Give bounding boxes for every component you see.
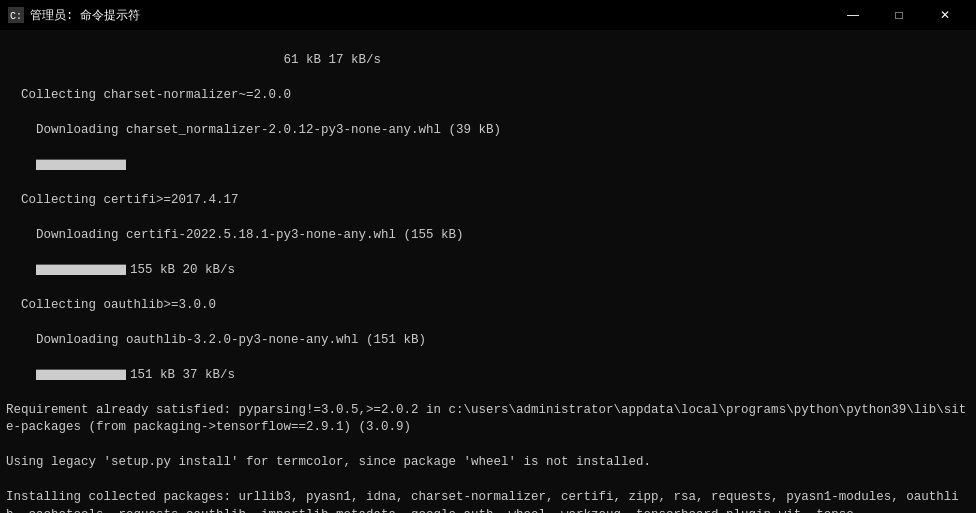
progress-bar <box>36 264 126 274</box>
terminal-line: Downloading charset_normalizer-2.0.12-py… <box>6 122 970 140</box>
window-title: 管理员: 命令提示符 <box>30 7 140 24</box>
terminal-line: Requirement already satisfied: pyparsing… <box>6 402 970 437</box>
title-bar: C: 管理员: 命令提示符 — □ ✕ <box>0 0 976 30</box>
window-frame: C: 管理员: 命令提示符 — □ ✕ 61 kB 17 kB/s Collec… <box>0 0 976 513</box>
progress-bar <box>36 159 126 169</box>
svg-text:C:: C: <box>10 11 22 22</box>
terminal-line: Collecting oauthlib>=3.0.0 <box>6 297 970 315</box>
terminal-line: Collecting charset-normalizer~=2.0.0 <box>6 87 970 105</box>
terminal-line <box>6 157 970 175</box>
terminal-line: 155 kB 20 kB/s <box>6 262 970 280</box>
window-controls: — □ ✕ <box>830 0 968 30</box>
terminal-icon: C: <box>8 7 24 23</box>
terminal-line: Using legacy 'setup.py install' for term… <box>6 454 970 472</box>
terminal-line: Installing collected packages: urllib3, … <box>6 489 970 513</box>
terminal-line: 61 kB 17 kB/s <box>6 52 970 70</box>
terminal-line: Downloading oauthlib-3.2.0-py3-none-any.… <box>6 332 970 350</box>
terminal-line: 151 kB 37 kB/s <box>6 367 970 385</box>
terminal-line: Collecting certifi>=2017.4.17 <box>6 192 970 210</box>
terminal-line: Downloading certifi-2022.5.18.1-py3-none… <box>6 227 970 245</box>
progress-bar <box>36 369 126 379</box>
terminal-output: 61 kB 17 kB/s Collecting charset-normali… <box>0 30 976 513</box>
maximize-button[interactable]: □ <box>876 0 922 30</box>
minimize-button[interactable]: — <box>830 0 876 30</box>
close-button[interactable]: ✕ <box>922 0 968 30</box>
title-bar-left: C: 管理员: 命令提示符 <box>8 7 140 24</box>
